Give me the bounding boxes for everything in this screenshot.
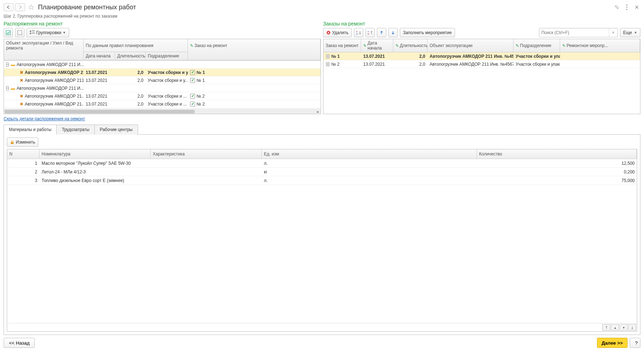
material-row[interactable]: 3Топливо дизельное Евро сорт E (зимнее)л… [7, 176, 637, 185]
orders-grid: Объект эксплуатации / Узел / Вид ремонта… [4, 39, 321, 114]
svg-point-1 [626, 7, 628, 8]
delete-button[interactable]: Удалить [323, 28, 352, 37]
svg-text:А: А [356, 31, 357, 33]
svg-rect-3 [6, 31, 10, 35]
tab-labor[interactable]: Трудозатраты [56, 125, 95, 135]
tree-toggle-icon[interactable]: − [6, 62, 9, 67]
document-icon [326, 54, 330, 59]
chevron-down-icon: ▼ [63, 31, 66, 34]
svg-text:А: А [368, 31, 369, 33]
tab-materials[interactable]: Материалы и работы [4, 125, 57, 135]
grouping-button[interactable]: Группировки ▼ [27, 28, 69, 37]
document-icon [326, 62, 330, 66]
move-up-button[interactable] [377, 28, 386, 37]
wrench-icon: ✖ [20, 102, 23, 107]
checkbox-icon[interactable]: ✓ [190, 70, 195, 75]
order-row[interactable]: ✖ Автопогрузчик АМКОДОР 211:...13.07.202… [4, 76, 321, 84]
fill-event-button[interactable]: Заполнить мероприятие [400, 28, 455, 37]
order-row[interactable]: ✖ Автопогрузчик АМКОДОР 21...13.07.20212… [4, 100, 321, 108]
edit-button[interactable]: Изменить [7, 137, 38, 147]
order-row[interactable]: ✖ Автопогрузчик АМКОДОР 21...13.07.20212… [4, 92, 321, 100]
page-title: Планирование ремонтных работ [38, 4, 612, 11]
step-subtitle: Шаг 2. Группировка распоряжений на ремон… [4, 14, 640, 19]
close-icon[interactable] [633, 4, 640, 11]
search-input[interactable] [539, 28, 609, 37]
move-down-button[interactable] [388, 28, 398, 37]
hide-details-link[interactable]: Скрыть детали распоряжения на ремонт [4, 116, 640, 121]
search-input-wrapper: × [539, 28, 618, 37]
material-row[interactable]: 2Литол-24 - МЛи 4/12-3кг0,200 [7, 168, 637, 176]
svg-text:Я: Я [368, 33, 369, 35]
group-row[interactable]: −▬ Автопогрузчик АМКОДОР 211 И... [4, 84, 321, 92]
back-button[interactable]: << Назад [4, 338, 35, 348]
svg-point-2 [626, 9, 628, 10]
checkbox-icon[interactable]: ✓ [190, 102, 195, 107]
star-icon[interactable] [28, 4, 34, 10]
materials-grid: N Номенклатура Характеристика Ед. изм Ко… [7, 149, 637, 332]
wrench-icon: ✖ [20, 78, 23, 83]
folder-icon: ▬ [11, 86, 15, 91]
sort-za-button[interactable]: АЯ [365, 28, 375, 37]
more-vertical-icon[interactable] [623, 4, 630, 11]
checkbox-icon[interactable]: ✓ [190, 94, 195, 99]
nav-back-button[interactable] [4, 3, 14, 11]
next-button[interactable]: Далее >> [597, 338, 628, 348]
help-button[interactable]: ? [630, 338, 640, 348]
grid-nav-first[interactable]: ⤒ [602, 324, 610, 331]
svg-text:Я: Я [356, 33, 357, 35]
link-icon[interactable] [613, 4, 620, 11]
repair-order-row[interactable]: № 213.07.20212,0Автопогрузчик АМКОДОР 21… [323, 60, 640, 68]
svg-point-0 [626, 5, 628, 6]
more-button[interactable]: Еще▼ [620, 28, 640, 37]
grid-nav-up[interactable]: ▴ [611, 324, 619, 331]
svg-rect-5 [30, 31, 31, 32]
svg-rect-8 [32, 33, 35, 33]
group-row[interactable]: −▬ Автопогрузчик АМКОДОР 211 И... [4, 61, 321, 69]
sort-az-button[interactable]: АЯ [354, 28, 363, 37]
nav-forward-button[interactable] [15, 3, 25, 11]
clear-search-button[interactable]: × [609, 28, 617, 37]
svg-rect-6 [32, 31, 35, 31]
tab-centers[interactable]: Рабочие центры [94, 125, 138, 135]
grid-nav-down[interactable]: ▾ [620, 324, 628, 331]
right-pane-title: Заказы на ремонт [323, 21, 640, 27]
svg-rect-7 [30, 33, 31, 34]
svg-rect-4 [18, 31, 22, 35]
delete-icon [326, 31, 331, 35]
lock-icon [10, 140, 14, 144]
deselect-all-button[interactable] [15, 28, 24, 37]
horizontal-scrollbar[interactable]: ◂ ▸ [4, 109, 321, 114]
pencil-icon: ✎ [190, 43, 193, 48]
select-all-button[interactable] [4, 28, 13, 37]
svg-rect-16 [11, 142, 14, 144]
left-pane-title: Распоряжения на ремонт [4, 21, 321, 27]
wrench-icon: ✖ [20, 94, 23, 99]
checkbox-icon[interactable]: ✓ [190, 78, 195, 83]
material-row[interactable]: 1Масло моторное "Лукойл Супер" SAE 5W-30… [7, 159, 637, 168]
grouping-icon [30, 31, 35, 35]
folder-icon: ▬ [11, 62, 15, 67]
grid-nav-last[interactable]: ⤓ [628, 324, 636, 331]
wrench-icon: ✖ [20, 70, 23, 75]
order-row[interactable]: ✖ Автопогрузчик АМКОДОР 211:...13.07.202… [4, 69, 321, 76]
tree-toggle-icon[interactable]: − [6, 86, 9, 90]
repair-orders-grid: Заказ на ремонт ✎Дата начала ✎Длительнос… [323, 39, 640, 114]
repair-order-row[interactable]: № 113.07.20212,0Автопогрузчик АМКОДОР 21… [323, 52, 640, 60]
